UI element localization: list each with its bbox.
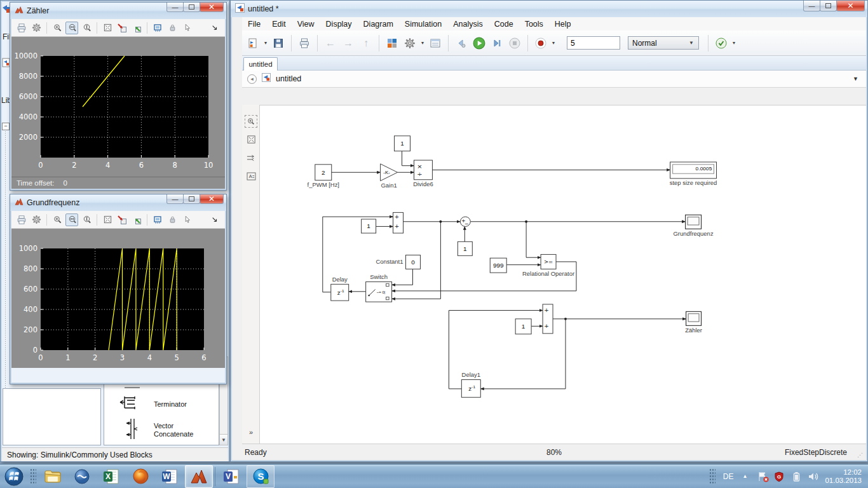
library-tree-panel[interactable]: [3, 388, 101, 445]
close-button[interactable]: ✕: [200, 3, 224, 12]
taskbar-firefox-icon[interactable]: [126, 465, 154, 488]
stop-time-input[interactable]: [567, 36, 620, 50]
palette-expand-icon[interactable]: »: [245, 426, 257, 438]
taskbar-explorer-icon[interactable]: [39, 465, 67, 488]
taskbar-visio-icon[interactable]: V: [217, 465, 245, 488]
run-icon[interactable]: [471, 35, 487, 51]
new-model-icon[interactable]: [245, 35, 261, 51]
maximize-button[interactable]: [183, 3, 200, 12]
breadcrumb-model-name[interactable]: untitled: [276, 74, 301, 83]
block-const_add1[interactable]: 1: [362, 219, 376, 233]
fit-to-view-icon[interactable]: [245, 133, 257, 146]
nav-up-icon[interactable]: ↑: [358, 35, 374, 51]
close-button[interactable]: ✕: [836, 1, 865, 11]
update-diagram-check-icon[interactable]: [713, 35, 729, 51]
scope-titlebar[interactable]: Zähler — ✕: [10, 3, 226, 19]
maximize-button[interactable]: [183, 194, 200, 204]
restore-axes-icon[interactable]: [130, 214, 143, 226]
tray-antivirus-shield-icon[interactable]: G: [773, 471, 785, 482]
autoscale-icon[interactable]: [101, 214, 114, 226]
annotation-icon[interactable]: A: [245, 170, 257, 182]
save-axes-icon[interactable]: [116, 214, 128, 226]
nav-forward-icon[interactable]: →: [340, 35, 356, 51]
restore-axes-icon[interactable]: [130, 22, 143, 34]
menu-item-display[interactable]: Display: [320, 18, 358, 30]
library-item-vector-concatenate[interactable]: Vector Concatenate: [154, 422, 211, 438]
zoom-x-icon[interactable]: [65, 214, 78, 226]
scope-titlebar[interactable]: Grundfrequenz — ✕: [10, 194, 226, 211]
settings-gear-icon[interactable]: [30, 214, 43, 226]
vector-concatenate-block-icon[interactable]: [126, 417, 139, 444]
block-display_step[interactable]: 0.0005step size required: [670, 162, 717, 186]
minimize-button[interactable]: —: [166, 194, 184, 204]
zoom-tool-icon[interactable]: [245, 115, 257, 128]
floating-scope-icon[interactable]: [151, 22, 164, 34]
close-button[interactable]: ✕: [200, 194, 224, 204]
menu-item-file[interactable]: File: [242, 18, 266, 30]
lock-icon[interactable]: [166, 214, 179, 226]
print-icon[interactable]: [296, 35, 313, 51]
nav-back-icon[interactable]: ←: [322, 35, 339, 51]
signal-routing-icon[interactable]: [245, 152, 257, 165]
floating-scope-icon[interactable]: [151, 214, 164, 226]
zoom-y-icon[interactable]: [80, 214, 93, 226]
record-icon[interactable]: [532, 35, 549, 51]
breadcrumb-dropdown-icon[interactable]: ▼: [853, 76, 858, 82]
block-delay1[interactable]: z-1Delay1: [461, 372, 480, 397]
print-icon[interactable]: [15, 22, 28, 34]
library-item-terminator[interactable]: Terminator: [154, 400, 187, 409]
block-const999[interactable]: 999: [490, 258, 506, 273]
model-canvas[interactable]: 2f_PWM [Hz]-K-Gain11×÷Divide60.0005step …: [260, 105, 866, 444]
model-explorer-icon[interactable]: [427, 35, 444, 51]
resize-grip[interactable]: ⋰: [857, 452, 864, 458]
update-diagram-dropdown-icon[interactable]: ▾: [731, 40, 737, 46]
block-const_add2[interactable]: 1: [515, 319, 531, 334]
tree-collapse-icon[interactable]: −: [2, 123, 10, 130]
terminator-block-icon[interactable]: [119, 393, 140, 417]
block-const_minus[interactable]: 1: [458, 241, 472, 255]
maximize-button[interactable]: [820, 1, 837, 11]
signal-pointer-icon[interactable]: [180, 214, 193, 226]
lock-icon[interactable]: [166, 22, 179, 34]
menu-item-analysis[interactable]: Analysis: [447, 18, 489, 30]
dock-arrow-icon[interactable]: [208, 22, 221, 34]
tray-actioncenter-flag-icon[interactable]: [756, 471, 768, 482]
tab-untitled[interactable]: untitled: [243, 57, 278, 71]
menu-item-simulation[interactable]: Simulation: [399, 18, 447, 30]
main-titlebar[interactable]: untitled * — ✕: [231, 1, 867, 17]
menu-item-edit[interactable]: Edit: [266, 18, 292, 30]
print-icon[interactable]: [15, 214, 28, 226]
new-model-dropdown-icon[interactable]: ▾: [262, 40, 269, 46]
menu-item-tools[interactable]: Tools: [519, 18, 549, 30]
tray-battery-icon[interactable]: [790, 471, 802, 482]
save-icon[interactable]: [270, 35, 287, 51]
menu-item-code[interactable]: Code: [489, 18, 519, 30]
block-divide6[interactable]: ×÷Divide6: [413, 160, 433, 187]
block-add2[interactable]: ++: [543, 304, 553, 334]
stop-icon[interactable]: [506, 35, 523, 51]
scrollbar-down-icon[interactable]: ▼: [220, 434, 227, 445]
taskbar-skype-icon[interactable]: S: [247, 465, 275, 488]
block-const_top[interactable]: 1: [395, 136, 410, 151]
block-add1[interactable]: ++: [393, 212, 403, 233]
zoom-in-icon[interactable]: [51, 214, 64, 226]
signal-pointer-icon[interactable]: [180, 22, 193, 34]
taskbar-word-icon[interactable]: W: [156, 465, 184, 488]
menu-item-view[interactable]: View: [292, 18, 320, 30]
minimize-button[interactable]: —: [803, 1, 820, 11]
model-settings-gear-icon[interactable]: [402, 35, 418, 51]
model-settings-dropdown-icon[interactable]: ▾: [419, 40, 426, 46]
taskbar-excel-icon[interactable]: X: [97, 465, 125, 488]
tray-clock[interactable]: 12:02 01.03.2013: [825, 468, 862, 485]
sim-mode-select[interactable]: Normal ▼: [628, 36, 699, 50]
minimize-button[interactable]: —: [166, 3, 184, 12]
zoom-x-icon[interactable]: [65, 22, 78, 34]
menu-item-diagram[interactable]: Diagram: [358, 18, 399, 30]
tray-language[interactable]: DE: [723, 472, 734, 481]
record-dropdown-icon[interactable]: ▾: [550, 40, 557, 46]
save-axes-icon[interactable]: [116, 22, 128, 34]
zoom-y-icon[interactable]: [80, 22, 93, 34]
tray-hidden-icons-arrow[interactable]: ▲: [739, 471, 750, 482]
tray-volume-icon[interactable]: [808, 471, 819, 482]
start-button[interactable]: [1, 465, 27, 488]
